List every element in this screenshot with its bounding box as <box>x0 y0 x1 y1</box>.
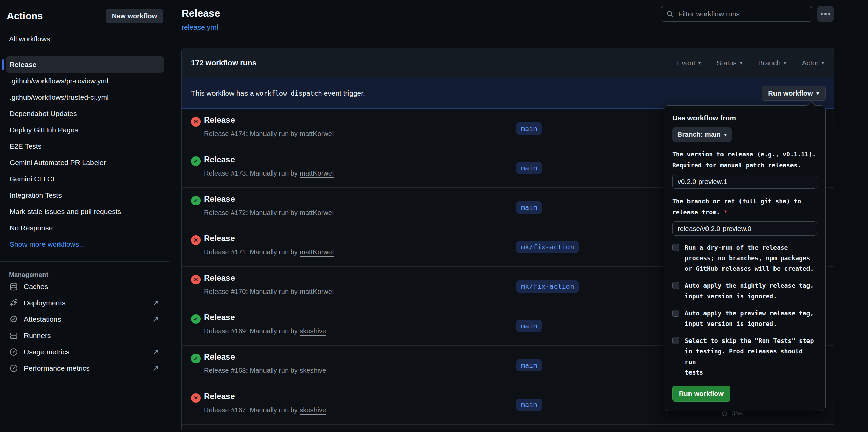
workflow-title: Release <box>182 7 220 19</box>
filter-event[interactable]: Event▾ <box>677 59 701 67</box>
sidebar-item-usage-metrics[interactable]: Usage metrics ↗ <box>7 344 162 360</box>
nightly-tag-checkbox[interactable] <box>672 282 679 289</box>
sidebar-item-performance-metrics[interactable]: Performance metrics ↗ <box>7 360 162 377</box>
run-title-link[interactable]: Release <box>204 115 235 125</box>
branch-selector-button[interactable]: Branch: main▾ <box>672 127 732 142</box>
run-filters: Event▾ Status▾ Branch▾ Actor▾ <box>677 59 824 67</box>
chevron-down-icon: ▾ <box>821 60 824 66</box>
actor-link[interactable]: mattKorwel <box>300 288 334 295</box>
actor-link[interactable]: skeshive <box>300 406 326 414</box>
filter-status[interactable]: Status▾ <box>716 59 742 67</box>
management-label: Management <box>7 271 162 279</box>
sidebar-item-caches[interactable]: Caches <box>7 279 162 295</box>
run-title-link[interactable]: Release <box>204 194 235 204</box>
workflow-options-kebab-icon[interactable] <box>817 6 834 22</box>
sidebar-item-dependabot-updates[interactable]: Dependabot Updates <box>6 105 164 122</box>
sidebar-item-mark-stale[interactable]: Mark stale issues and pull requests <box>6 203 164 220</box>
run-description: Release #171: Manually run by mattKorwel <box>204 248 334 256</box>
dry-run-checkbox[interactable] <box>672 244 679 251</box>
run-workflow-submit-button[interactable]: Run workflow <box>672 386 730 402</box>
check-circle-icon: ✓ <box>191 314 201 324</box>
check-circle-icon: ✓ <box>191 354 201 363</box>
run-description: Release #167: Manually run by skeshive <box>204 406 326 414</box>
dry-run-option: Run a dry-run of the release process; no… <box>672 242 817 274</box>
preview-tag-option: Auto apply the preview release tag, inpu… <box>672 308 817 329</box>
filter-branch[interactable]: Branch▾ <box>758 59 786 67</box>
sidebar-item-attestations[interactable]: Attestations ↗ <box>7 311 162 328</box>
page-title: Actions <box>7 11 43 22</box>
run-description: Release #170: Manually run by mattKorwel <box>204 288 334 296</box>
run-count: 172 workflow runs <box>191 59 256 67</box>
branch-badge[interactable]: mk/fix-action <box>516 280 579 293</box>
actor-link[interactable]: skeshive <box>300 327 326 335</box>
version-input[interactable] <box>672 175 817 189</box>
server-icon <box>9 331 18 340</box>
actor-link[interactable]: mattKorwel <box>300 248 334 256</box>
runs-panel-header: 172 workflow runs Event▾ Status▾ Branch▾… <box>182 48 834 78</box>
branch-badge[interactable]: main <box>516 122 542 135</box>
branch-badge[interactable]: main <box>516 162 542 174</box>
branch-badge[interactable]: main <box>516 399 542 411</box>
external-link-icon: ↗ <box>152 347 159 357</box>
workflow-file-link[interactable]: release.yml <box>182 23 218 31</box>
skip-tests-label: Select to skip the "Run Tests" step in t… <box>685 335 817 378</box>
sidebar-item-integration-tests[interactable]: Integration Tests <box>6 187 164 203</box>
skip-tests-option: Select to skip the "Run Tests" step in t… <box>672 335 817 378</box>
run-description: Release #172: Manually run by mattKorwel <box>204 209 334 217</box>
ref-input[interactable] <box>672 221 817 236</box>
filter-workflow-runs-box <box>661 6 812 22</box>
chevron-down-icon: ▾ <box>740 60 743 66</box>
new-workflow-button[interactable]: New workflow <box>106 9 163 23</box>
database-icon <box>9 282 18 292</box>
external-link-icon: ↗ <box>152 298 159 308</box>
run-title-link[interactable]: Release <box>204 392 235 401</box>
branch-badge[interactable]: mk/fix-action <box>516 241 579 253</box>
x-circle-icon: ✕ <box>191 117 201 127</box>
actor-link[interactable]: skeshive <box>300 367 326 374</box>
sidebar-item-pr-review[interactable]: .github/workflows/pr-review.yml <box>6 73 164 89</box>
branch-badge[interactable]: main <box>516 201 542 214</box>
sidebar-item-gemini-pr-labeler[interactable]: Gemini Automated PR Labeler <box>6 154 164 171</box>
actor-link[interactable]: mattKorwel <box>300 209 334 216</box>
sidebar-item-release[interactable]: Release <box>6 56 164 73</box>
skip-tests-checkbox[interactable] <box>672 337 679 344</box>
sidebar-item-no-response[interactable]: No Response <box>6 220 164 236</box>
version-input-label: The version to release (e.g., v0.1.11). … <box>672 149 817 171</box>
branch-badge[interactable]: main <box>516 359 542 371</box>
chevron-down-icon: ▾ <box>698 60 701 66</box>
x-circle-icon: ✕ <box>191 235 201 245</box>
check-circle-icon: ✓ <box>191 156 201 166</box>
preview-tag-checkbox[interactable] <box>672 310 679 317</box>
run-title-link[interactable]: Release <box>204 273 235 283</box>
show-more-workflows-link[interactable]: Show more workflows... <box>6 236 164 252</box>
event-code: workflow_dispatch <box>256 89 322 97</box>
actor-link[interactable]: mattKorwel <box>300 130 334 137</box>
workflow-run-row <box>182 424 834 430</box>
run-title-link[interactable]: Release <box>204 155 235 164</box>
run-title-link[interactable]: Release <box>204 234 235 243</box>
actor-link[interactable]: mattKorwel <box>300 169 334 177</box>
run-title-link[interactable]: Release <box>204 352 235 362</box>
sidebar-item-all-workflows[interactable]: All workflows <box>0 35 169 43</box>
x-circle-icon: ✕ <box>191 275 201 284</box>
sidebar-item-runners[interactable]: Runners <box>7 328 162 344</box>
sidebar-item-deploy-github-pages[interactable]: Deploy GitHub Pages <box>6 122 164 138</box>
ref-input-label: The branch or ref (full git sha) to rele… <box>672 196 817 218</box>
run-title-link[interactable]: Release <box>204 313 235 322</box>
sidebar-item-trusted-ci[interactable]: .github/workflows/trusted-ci.yml <box>6 89 164 105</box>
check-circle-icon: ✓ <box>191 196 201 205</box>
filter-workflow-runs-input[interactable] <box>678 10 807 18</box>
filter-actor[interactable]: Actor▾ <box>802 59 824 67</box>
branch-badge[interactable]: main <box>516 320 542 332</box>
sidebar-item-e2e-tests[interactable]: E2E Tests <box>6 138 164 154</box>
external-link-icon: ↗ <box>152 315 159 324</box>
management-item-label: Usage metrics <box>24 348 69 356</box>
search-icon <box>666 10 674 18</box>
run-workflow-dropdown-button[interactable]: Run workflow▾ <box>762 86 826 101</box>
management-item-label: Performance metrics <box>24 364 90 372</box>
sidebar-item-gemini-cli-ci[interactable]: Gemini CLI CI <box>6 171 164 187</box>
run-description: Release #169: Manually run by skeshive <box>204 327 326 335</box>
rocket-icon <box>9 298 18 308</box>
run-description: Release #168: Manually run by skeshive <box>204 367 326 375</box>
sidebar-item-deployments[interactable]: Deployments ↗ <box>7 295 162 311</box>
